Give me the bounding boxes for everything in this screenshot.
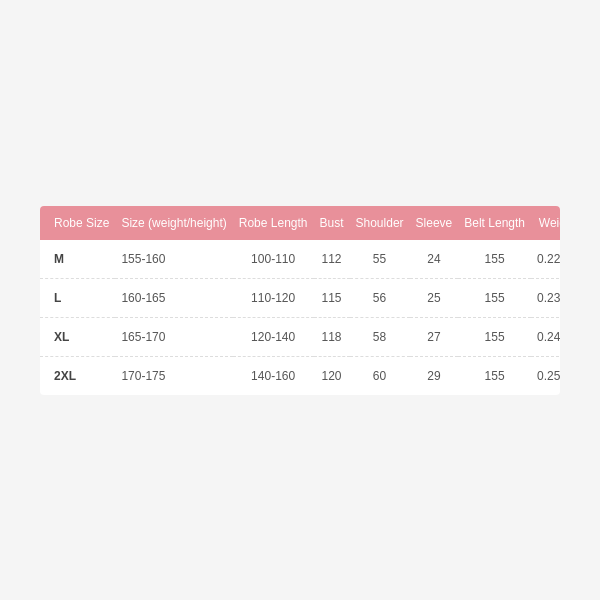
cell-row1-col0: L: [40, 278, 115, 317]
table-row: M155-160100-11011255241550.22KG: [40, 240, 560, 279]
table-row: L160-165110-12011556251550.23KG: [40, 278, 560, 317]
cell-row3-col2: 140-160: [233, 356, 314, 395]
cell-row2-col2: 120-140: [233, 317, 314, 356]
header-size-weight-height: Size (weight/height): [115, 206, 232, 240]
size-chart-table: Robe Size Size (weight/height) Robe Leng…: [40, 206, 560, 395]
cell-row1-col4: 56: [350, 278, 410, 317]
cell-row0-col1: 155-160: [115, 240, 232, 279]
header-shoulder: Shoulder: [350, 206, 410, 240]
cell-row2-col6: 155: [458, 317, 531, 356]
cell-row0-col2: 100-110: [233, 240, 314, 279]
header-belt-length: Belt Length: [458, 206, 531, 240]
cell-row3-col6: 155: [458, 356, 531, 395]
cell-row0-col5: 24: [410, 240, 459, 279]
cell-row2-col1: 165-170: [115, 317, 232, 356]
size-chart-container: Robe Size Size (weight/height) Robe Leng…: [40, 206, 560, 395]
table-row: 2XL170-175140-16012060291550.25KG: [40, 356, 560, 395]
cell-row3-col1: 170-175: [115, 356, 232, 395]
table-header-row: Robe Size Size (weight/height) Robe Leng…: [40, 206, 560, 240]
header-sleeve: Sleeve: [410, 206, 459, 240]
header-bust: Bust: [314, 206, 350, 240]
cell-row3-col4: 60: [350, 356, 410, 395]
header-robe-length: Robe Length: [233, 206, 314, 240]
header-weight: Weight: [531, 206, 560, 240]
cell-row2-col0: XL: [40, 317, 115, 356]
cell-row3-col5: 29: [410, 356, 459, 395]
table-row: XL165-170120-14011858271550.24KG: [40, 317, 560, 356]
cell-row1-col1: 160-165: [115, 278, 232, 317]
header-robe-size: Robe Size: [40, 206, 115, 240]
cell-row2-col7: 0.24KG: [531, 317, 560, 356]
cell-row1-col5: 25: [410, 278, 459, 317]
cell-row3-col0: 2XL: [40, 356, 115, 395]
cell-row0-col3: 112: [314, 240, 350, 279]
cell-row0-col4: 55: [350, 240, 410, 279]
cell-row3-col7: 0.25KG: [531, 356, 560, 395]
cell-row3-col3: 120: [314, 356, 350, 395]
cell-row0-col6: 155: [458, 240, 531, 279]
cell-row1-col2: 110-120: [233, 278, 314, 317]
cell-row1-col3: 115: [314, 278, 350, 317]
cell-row1-col6: 155: [458, 278, 531, 317]
cell-row0-col0: M: [40, 240, 115, 279]
cell-row2-col4: 58: [350, 317, 410, 356]
cell-row2-col5: 27: [410, 317, 459, 356]
cell-row0-col7: 0.22KG: [531, 240, 560, 279]
cell-row2-col3: 118: [314, 317, 350, 356]
cell-row1-col7: 0.23KG: [531, 278, 560, 317]
